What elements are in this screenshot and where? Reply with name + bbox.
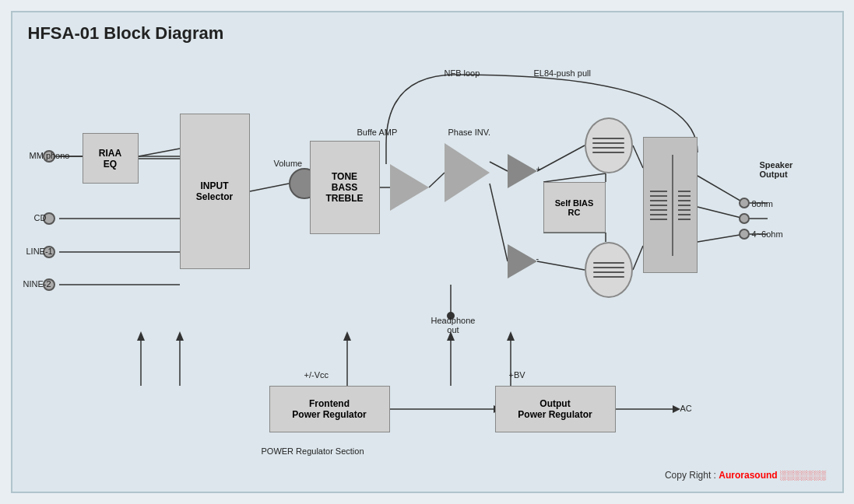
coil-left <box>650 191 667 220</box>
line1-label: LINE-1 <box>26 247 53 256</box>
coil-divider <box>672 155 673 256</box>
nine2-label: NINE-2 <box>23 279 51 289</box>
svg-marker-29 <box>137 331 145 341</box>
eight-ohm-label: 8ohm <box>752 199 774 208</box>
tone-label: TONEBASSTREBLE <box>326 171 364 204</box>
amp-minus-triangle <box>508 244 537 278</box>
output-power-label: OutputPower Regulator <box>518 398 592 420</box>
svg-line-50 <box>139 149 180 156</box>
svg-line-13 <box>633 145 643 168</box>
coil-right <box>678 191 691 220</box>
self-bias-block: Self BIASRC <box>543 182 606 233</box>
frontend-power-label: FrontendPower Regulator <box>292 398 366 420</box>
buffe-amp-label: Buffe AMP <box>357 128 398 137</box>
headphone-out-label: Headphoneout <box>431 316 476 334</box>
tube-line <box>592 271 624 273</box>
svg-line-23 <box>543 173 606 182</box>
tube-line <box>592 267 624 268</box>
svg-line-5 <box>250 184 289 191</box>
svg-line-9 <box>490 162 508 171</box>
cd-label: CD <box>34 213 47 222</box>
plus-label: + <box>536 164 541 173</box>
buffer-amp-triangle <box>390 164 429 211</box>
svg-line-17 <box>698 234 744 242</box>
svg-line-14 <box>633 246 643 270</box>
svg-line-10 <box>490 184 508 261</box>
tube-top-lines <box>586 119 631 172</box>
svg-line-8 <box>429 173 445 187</box>
self-bias-label: Self BIASRC <box>555 198 594 217</box>
amp-plus-triangle <box>508 154 537 188</box>
tube-bottom <box>585 242 633 298</box>
riaa-eq-block: RIAAEQ <box>83 133 139 184</box>
svg-marker-41 <box>673 405 680 413</box>
speaker-output-label: SpeakerOutput <box>760 160 793 179</box>
copyright-dots: ░░░░░░░ <box>780 470 827 481</box>
svg-point-43 <box>740 214 749 223</box>
copyright-text: Copy Right : <box>665 470 719 481</box>
tube-line <box>592 142 624 144</box>
tube-line <box>592 262 624 264</box>
tube-line <box>592 147 624 149</box>
svg-point-42 <box>740 198 749 208</box>
svg-line-11 <box>537 145 585 171</box>
nfb-loop-label: NFB loop <box>445 68 480 78</box>
svg-marker-33 <box>343 331 351 341</box>
diagram-container: HFSA-01 Block Diagram <box>11 11 844 493</box>
output-transformer-block <box>643 137 698 273</box>
riaa-label: RIAAEQ <box>99 148 121 170</box>
tube-line <box>592 138 624 139</box>
copyright-area: Copy Right : Aurorasound ░░░░░░░ <box>665 470 827 481</box>
input-selector-block: INPUTSelector <box>180 114 250 269</box>
volume-label: Volume <box>274 159 303 168</box>
svg-marker-31 <box>176 331 184 341</box>
minus-label: - <box>536 254 539 263</box>
svg-line-16 <box>698 207 744 219</box>
four-six-ohm-label: 4~6ohm <box>752 229 783 239</box>
ac-label: AC <box>680 404 692 413</box>
el84-label: EL84-push pull <box>534 68 591 78</box>
tube-line <box>592 276 624 278</box>
vcc-label: +/-Vcc <box>304 370 329 380</box>
diagram-title: HFSA-01 Block Diagram <box>28 23 224 44</box>
power-section-label: POWER Regulator Section <box>262 446 364 456</box>
input-selector-label: INPUTSelector <box>196 180 233 202</box>
tone-block: TONEBASSTREBLE <box>310 141 380 234</box>
wires-svg <box>12 12 842 492</box>
svg-line-15 <box>698 176 744 203</box>
copyright-brand: Aurorasound <box>719 470 777 481</box>
transformer-inner <box>644 138 697 272</box>
svg-line-12 <box>537 261 585 270</box>
mm-phono-label: MM phono <box>30 151 70 160</box>
svg-marker-37 <box>507 331 515 341</box>
output-power-block: OutputPower Regulator <box>495 386 616 432</box>
tube-line <box>592 152 624 153</box>
frontend-power-block: FrontendPower Regulator <box>269 386 390 432</box>
tube-top <box>585 117 633 173</box>
bv-label: +BV <box>509 370 525 380</box>
tube-bottom-lines <box>586 243 631 296</box>
svg-point-44 <box>740 229 749 239</box>
phase-inv-label: Phase INV. <box>448 128 491 137</box>
phase-inv-triangle <box>445 143 490 202</box>
